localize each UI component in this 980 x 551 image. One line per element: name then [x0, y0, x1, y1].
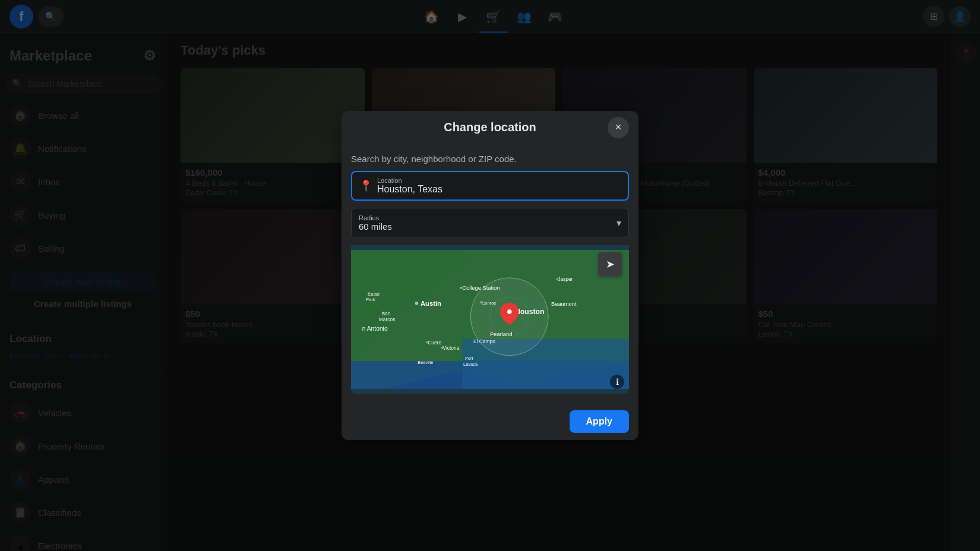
modal-footer: Apply	[342, 403, 638, 440]
map-area: Austin College Station Beaumont Houston …	[351, 245, 629, 394]
modal-body: Search by city, neighborhood or ZIP code…	[342, 144, 638, 403]
apply-button[interactable]: Apply	[570, 410, 629, 433]
radius-selector[interactable]: Radius 60 miles ▾	[351, 208, 629, 238]
svg-point-14	[382, 312, 384, 314]
modal-subtitle: Search by city, neighborhood or ZIP code…	[351, 154, 629, 164]
modal-overlay[interactable]: Change location × Search by city, neighb…	[0, 0, 980, 551]
svg-point-7	[415, 302, 419, 305]
radius-value: 60 miles	[359, 221, 392, 232]
gps-icon: ➤	[606, 258, 615, 271]
svg-point-21	[426, 341, 428, 344]
svg-text:El Campo: El Campo	[473, 338, 495, 344]
svg-text:Marcos: Marcos	[379, 316, 396, 322]
map-location-button[interactable]: ➤	[598, 252, 622, 276]
svg-point-31	[556, 278, 558, 280]
radius-info: Radius 60 miles	[359, 214, 392, 232]
info-icon: ℹ	[616, 377, 619, 387]
location-input-inner: Location	[377, 177, 621, 195]
map-info-button[interactable]: ℹ	[610, 375, 624, 389]
radius-label: Radius	[359, 214, 392, 221]
svg-text:College Station: College Station	[462, 285, 500, 291]
modal-close-button[interactable]: ×	[608, 117, 629, 138]
svg-point-29	[480, 301, 482, 303]
radius-chevron-icon: ▾	[617, 217, 621, 229]
modal-header: Change location ×	[342, 111, 638, 144]
svg-point-9	[460, 287, 462, 289]
svg-text:Beaumont: Beaumont	[551, 301, 577, 307]
change-location-modal: Change location × Search by city, neighb…	[342, 111, 638, 440]
svg-text:n Antonio: n Antonio	[362, 325, 388, 332]
svg-text:Cuero: Cuero	[428, 340, 441, 346]
location-input[interactable]	[377, 184, 621, 195]
svg-text:Houston: Houston	[515, 308, 544, 316]
svg-text:Jasper: Jasper	[558, 276, 573, 282]
svg-text:Conroe: Conroe	[482, 300, 497, 306]
location-input-wrapper[interactable]: 📍 Location	[351, 171, 629, 201]
svg-text:Victoria: Victoria	[442, 345, 459, 351]
svg-point-27	[368, 292, 370, 294]
location-label: Location	[377, 177, 621, 184]
modal-title: Change location	[444, 121, 536, 134]
svg-point-19	[441, 347, 444, 349]
svg-text:Port: Port	[465, 356, 474, 361]
svg-text:Austin: Austin	[421, 300, 441, 307]
map-svg: Austin College Station Beaumont Houston …	[351, 245, 629, 394]
location-pin-icon: 📍	[359, 179, 372, 192]
svg-text:Lavaca: Lavaca	[463, 362, 478, 367]
svg-point-33	[507, 309, 511, 314]
svg-text:Beeville: Beeville	[418, 360, 433, 365]
svg-text:Park: Park	[366, 297, 375, 302]
svg-text:Pearland: Pearland	[490, 331, 512, 337]
